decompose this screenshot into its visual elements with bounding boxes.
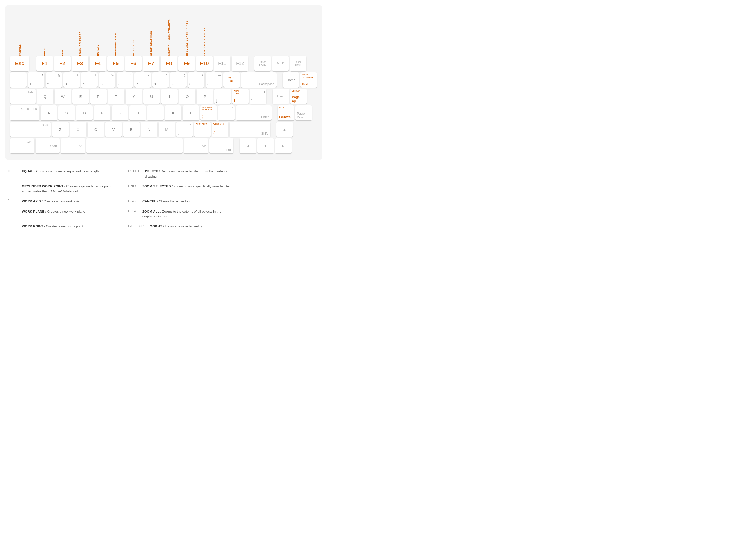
key-backspace[interactable]: Backspace — [241, 72, 277, 87]
key-period[interactable]: WORK POINT . — [194, 122, 211, 137]
gwp-line1: GROUNDED — [202, 106, 213, 108]
key-home[interactable]: Home — [283, 72, 299, 87]
key-rctrl[interactable]: Ctrl — [209, 138, 233, 153]
key-dash[interactable]: — - — [206, 72, 222, 87]
key-f5[interactable]: F5 — [107, 56, 124, 71]
key-f[interactable]: F — [94, 105, 111, 121]
key-lbracket[interactable]: { [ — [214, 89, 231, 104]
key-w[interactable]: W — [55, 89, 71, 104]
key-g[interactable]: G — [112, 105, 128, 121]
key-f12[interactable]: F12 — [232, 56, 248, 71]
key-f11[interactable]: F11 — [214, 56, 230, 71]
arrowright-label: ► — [282, 144, 285, 148]
key-lctrl[interactable]: Ctrl — [10, 138, 34, 153]
lbrace-bot: [ — [216, 99, 217, 103]
key-space[interactable] — [86, 138, 183, 153]
key-z[interactable]: Z — [52, 122, 69, 137]
n3-top: # — [77, 74, 78, 77]
key-equal[interactable]: EQUAL = — [223, 72, 240, 87]
key-pause[interactable]: Pause Break — [290, 56, 306, 71]
key-f6[interactable]: F6 — [125, 56, 142, 71]
legend-desc-period: / Creates a new work point. — [44, 225, 84, 228]
dash-top: — — [218, 74, 220, 77]
key-7[interactable]: & 7 — [134, 72, 151, 87]
key-v[interactable]: V — [105, 122, 122, 137]
key-f4[interactable]: F4 — [89, 56, 106, 71]
key-capslock[interactable]: Caps Lock — [10, 105, 39, 121]
key-tab[interactable]: Tab — [10, 89, 36, 104]
key-s[interactable]: S — [58, 105, 75, 121]
key-u[interactable]: U — [143, 89, 160, 104]
key-prtscn[interactable]: PrtScn SysRq — [254, 56, 271, 71]
key-1[interactable]: ! 1 — [28, 72, 45, 87]
key-t[interactable]: T — [108, 89, 124, 104]
arrowdown-label: ▼ — [264, 144, 267, 148]
key-delete[interactable]: DELETE Delete — [278, 105, 294, 121]
key-rbracket[interactable]: WORK PLANE ] — [232, 89, 249, 104]
key-o[interactable]: O — [179, 89, 195, 104]
key-b[interactable]: B — [123, 122, 140, 137]
key-9[interactable]: ( 9 — [170, 72, 187, 87]
key-semicolon[interactable]: GROUNDED WORK POINT ; — [200, 105, 217, 121]
key-quote[interactable]: " ' — [218, 105, 235, 121]
key-arrow-right[interactable]: ► — [275, 138, 291, 153]
key-ralt[interactable]: Alt — [184, 138, 208, 153]
rshift-label: Shift — [261, 132, 268, 136]
fn-label-f4: ROTATE — [89, 13, 106, 56]
key-rshift[interactable]: Shift — [230, 122, 270, 137]
key-h[interactable]: H — [129, 105, 146, 121]
key-0[interactable]: ) 0 — [188, 72, 204, 87]
key-enter[interactable]: Enter — [236, 105, 272, 121]
key-f7[interactable]: F7 — [143, 56, 159, 71]
key-5[interactable]: % 5 — [99, 72, 116, 87]
key-tilde[interactable]: ~ ` — [10, 72, 27, 87]
key-lshift[interactable]: Shift — [10, 122, 51, 137]
key-f8[interactable]: F8 — [161, 56, 177, 71]
key-f1[interactable]: F1 — [36, 56, 53, 71]
key-q[interactable]: Q — [37, 89, 53, 104]
key-pagedown[interactable]: Page Down — [295, 105, 312, 121]
key-slash[interactable]: WORK AXIS / — [212, 122, 228, 137]
key-4[interactable]: $ 4 — [81, 72, 98, 87]
key-insert[interactable]: Insert — [273, 89, 289, 104]
key-x[interactable]: X — [70, 122, 86, 137]
n0-top: ) — [202, 74, 203, 77]
period-bot: . — [196, 130, 197, 136]
key-i[interactable]: I — [161, 89, 178, 104]
key-3[interactable]: # 3 — [63, 72, 80, 87]
key-6[interactable]: ^ 6 — [117, 72, 133, 87]
c-label: C — [94, 127, 97, 132]
key-r[interactable]: R — [90, 89, 107, 104]
key-arrow-up[interactable]: ▲ — [276, 122, 293, 137]
i-label: I — [169, 94, 170, 99]
key-d[interactable]: D — [76, 105, 92, 121]
key-c[interactable]: C — [87, 122, 104, 137]
key-n[interactable]: N — [141, 122, 157, 137]
key-y[interactable]: Y — [126, 89, 142, 104]
key-f2[interactable]: F2 — [54, 56, 71, 71]
key-a[interactable]: A — [41, 105, 57, 121]
key-2[interactable]: @ 2 — [46, 72, 62, 87]
key-pipe[interactable]: | \ — [250, 89, 266, 104]
key-f3[interactable]: F3 — [72, 56, 88, 71]
key-arrow-left[interactable]: ◄ — [240, 138, 256, 153]
key-esc[interactable]: Esc — [10, 56, 29, 71]
key-lalt[interactable]: Alt — [61, 138, 85, 153]
key-l[interactable]: L — [183, 105, 199, 121]
key-start[interactable]: Start — [36, 138, 60, 153]
key-arrow-down[interactable]: ▼ — [257, 138, 274, 153]
key-e[interactable]: E — [72, 89, 89, 104]
key-p[interactable]: P — [197, 89, 213, 104]
key-comma[interactable]: < , — [176, 122, 193, 137]
key-m[interactable]: M — [158, 122, 175, 137]
key-j[interactable]: J — [147, 105, 164, 121]
key-8[interactable]: * 8 — [152, 72, 169, 87]
w-label: W — [61, 94, 64, 99]
key-f10[interactable]: F10 — [196, 56, 213, 71]
key-f9[interactable]: F9 — [179, 56, 195, 71]
key-k[interactable]: K — [165, 105, 182, 121]
key-end[interactable]: ZOOM SELECTED End — [300, 72, 317, 87]
dash-bot: - — [207, 82, 208, 86]
key-scrlk[interactable]: ScrLK — [272, 56, 288, 71]
key-pageup[interactable]: LOOK AT Page Up — [290, 89, 307, 104]
